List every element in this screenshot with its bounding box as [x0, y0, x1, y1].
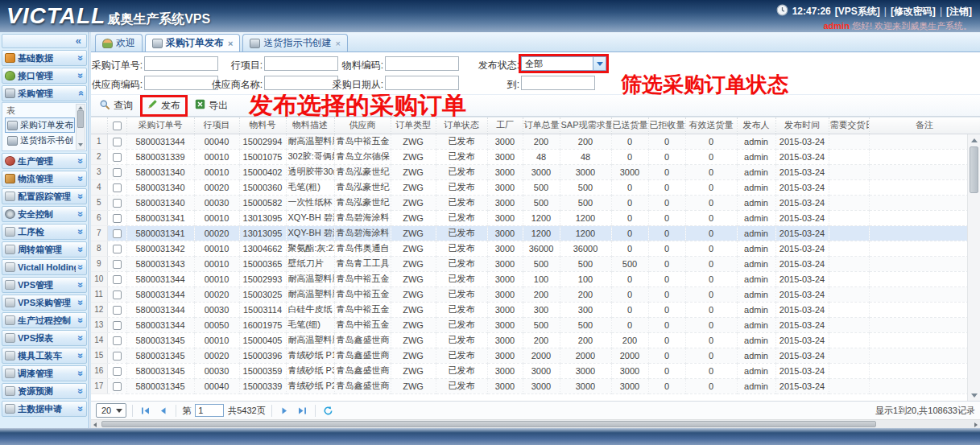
sidebar-collapse-button[interactable]: «: [2, 34, 87, 48]
tab[interactable]: 送货指示书创建: [242, 34, 347, 52]
table-row[interactable]: 16 5800031345 00030 15000359 青绒砂纸 P32 青岛…: [91, 363, 980, 378]
vertical-scrollbar[interactable]: [967, 134, 980, 401]
column-header[interactable]: 物料号: [239, 117, 286, 134]
sidebar-group[interactable]: 生产管理 »: [2, 153, 87, 169]
sidebar-group[interactable]: 生产过程控制 »: [2, 312, 87, 328]
column-header[interactable]: 备注: [869, 117, 980, 134]
row-checkbox[interactable]: [113, 199, 122, 208]
supplier-code-input[interactable]: [144, 76, 218, 90]
submenu-scrollbar[interactable]: [76, 104, 85, 150]
column-header[interactable]: 订单类型: [391, 117, 436, 134]
row-select-cell[interactable]: [107, 348, 126, 363]
column-header[interactable]: 行项目: [194, 117, 239, 134]
link-vps-system[interactable]: [VPS系统]: [835, 5, 880, 19]
row-select-cell[interactable]: [107, 378, 126, 393]
row-checkbox[interactable]: [113, 245, 122, 253]
table-row[interactable]: 4 5800031340 00020 15000360 毛笔(粗) 青岛泓豪世纪…: [91, 179, 980, 195]
tab[interactable]: 采购订单发布: [145, 34, 240, 52]
row-select-cell[interactable]: [107, 286, 126, 302]
row-checkbox[interactable]: [113, 275, 122, 284]
header-select-all[interactable]: [107, 117, 126, 134]
scrollbar-thumb[interactable]: [77, 110, 84, 128]
row-checkbox[interactable]: [113, 321, 122, 330]
close-icon[interactable]: [228, 39, 233, 48]
sidebar-group[interactable]: 基础数据 »: [2, 50, 87, 66]
row-checkbox[interactable]: [113, 260, 122, 269]
column-header[interactable]: 工厂: [487, 117, 523, 134]
row-checkbox[interactable]: [113, 229, 122, 238]
sidebar-group[interactable]: 工序检 »: [2, 224, 87, 240]
sidebar-submenu-item[interactable]: 采购订单发布: [5, 117, 75, 133]
row-select-cell[interactable]: [107, 256, 126, 271]
row-select-cell[interactable]: [107, 225, 126, 241]
page-number-input[interactable]: 1: [195, 404, 224, 417]
material-code-input[interactable]: [385, 56, 459, 71]
row-checkbox[interactable]: [113, 290, 122, 299]
row-select-cell[interactable]: [107, 179, 126, 195]
row-select-cell[interactable]: [107, 317, 126, 332]
select-all-checkbox[interactable]: [113, 122, 122, 130]
scrollbar-thumb[interactable]: [970, 146, 978, 193]
sidebar-group[interactable]: VPS报表 »: [2, 330, 87, 346]
row-checkbox[interactable]: [113, 367, 122, 376]
scroll-right-icon[interactable]: [974, 422, 978, 427]
scroll-up-icon[interactable]: [78, 106, 83, 109]
sidebar-group[interactable]: 模具工装车 »: [2, 348, 87, 364]
table-row[interactable]: 11 5800031344 00020 15003025 耐高温塑料胶 青岛中裕…: [91, 286, 980, 302]
purchase-date-to-input[interactable]: [521, 76, 595, 90]
sidebar-group[interactable]: 资源预测 »: [2, 383, 87, 399]
last-page-button[interactable]: [296, 404, 309, 418]
row-select-cell[interactable]: [107, 302, 126, 317]
column-header[interactable]: 采购订单号: [126, 117, 194, 134]
table-row[interactable]: 6 5800031341 00010 13013095 XQY-BH 碧海 青岛…: [91, 210, 980, 225]
row-select-cell[interactable]: [107, 363, 126, 378]
sidebar-group[interactable]: VPS管理 »: [2, 277, 87, 293]
row-checkbox[interactable]: [113, 138, 122, 146]
row-checkbox[interactable]: [113, 183, 122, 192]
row-select-cell[interactable]: [107, 271, 126, 286]
supplier-name-input[interactable]: [264, 76, 338, 90]
table-row[interactable]: 7 5800031341 00020 13013095 XQY-BH 碧海 青岛…: [91, 225, 980, 241]
first-page-button[interactable]: [139, 404, 152, 418]
publish-button[interactable]: 发布: [143, 97, 185, 114]
sidebar-group[interactable]: 安全控制 »: [2, 206, 87, 222]
sidebar-group[interactable]: 周转箱管理 »: [2, 241, 87, 258]
sidebar-group[interactable]: 物流管理 »: [2, 171, 87, 187]
scrollbar-thumb[interactable]: [101, 421, 876, 427]
sidebar-group[interactable]: 调漆管理 »: [2, 365, 87, 381]
column-header[interactable]: SAP现需求量: [560, 117, 611, 134]
link-change-password[interactable]: [修改密码]: [891, 5, 936, 19]
po-number-input[interactable]: [144, 56, 218, 71]
column-header[interactable]: 物料描述: [286, 117, 334, 134]
column-header[interactable]: 订单状态: [436, 117, 487, 134]
column-header[interactable]: 需要交货日期: [829, 117, 869, 134]
row-checkbox[interactable]: [113, 382, 122, 391]
sidebar-group[interactable]: VPS采购管理 »: [2, 295, 87, 311]
table-row[interactable]: 13 5800031344 00050 16001975 毛笔(细) 青岛中裕五…: [91, 317, 980, 332]
scroll-down-icon[interactable]: [78, 143, 83, 146]
table-row[interactable]: 12 5800031344 00030 15003114 白硅牛皮纸 青岛中裕五…: [91, 302, 980, 317]
row-select-cell[interactable]: [107, 332, 126, 348]
sidebar-group[interactable]: 主数据申请 »: [2, 401, 87, 417]
table-row[interactable]: 5 5800031340 00030 15000582 一次性纸杯 青岛泓豪世纪…: [91, 195, 980, 210]
scroll-up-icon[interactable]: [968, 134, 980, 146]
export-button[interactable]: 导出: [190, 97, 233, 114]
row-checkbox[interactable]: [113, 214, 122, 223]
table-row[interactable]: 1 5800031344 00040 15002994 耐高温塑料胶 青岛中裕五…: [91, 134, 980, 149]
row-checkbox[interactable]: [113, 352, 122, 361]
sidebar-group-purchase[interactable]: 采购管理 »: [2, 85, 87, 101]
row-select-cell[interactable]: [107, 134, 126, 149]
sidebar-group[interactable]: Victall Holding »: [2, 259, 87, 275]
table-row[interactable]: 14 5800031345 00010 15000405 耐高温塑料胶 青岛鑫盛…: [91, 332, 980, 348]
purchase-date-from-input[interactable]: [385, 76, 459, 90]
row-select-cell[interactable]: [107, 195, 126, 210]
row-select-cell[interactable]: [107, 241, 126, 256]
table-row[interactable]: 17 5800031345 00040 15000339 青绒砂纸 P24 青岛…: [91, 378, 980, 393]
row-checkbox[interactable]: [113, 168, 122, 177]
row-checkbox[interactable]: [113, 336, 122, 345]
table-row[interactable]: 9 5800031343 00010 15000365 壁纸刀片 青岛青工工具 …: [91, 256, 980, 271]
row-select-cell[interactable]: [107, 210, 126, 225]
page-size-select[interactable]: 20: [96, 403, 126, 418]
line-item-input[interactable]: [264, 56, 338, 71]
scroll-left-icon[interactable]: [93, 422, 97, 427]
